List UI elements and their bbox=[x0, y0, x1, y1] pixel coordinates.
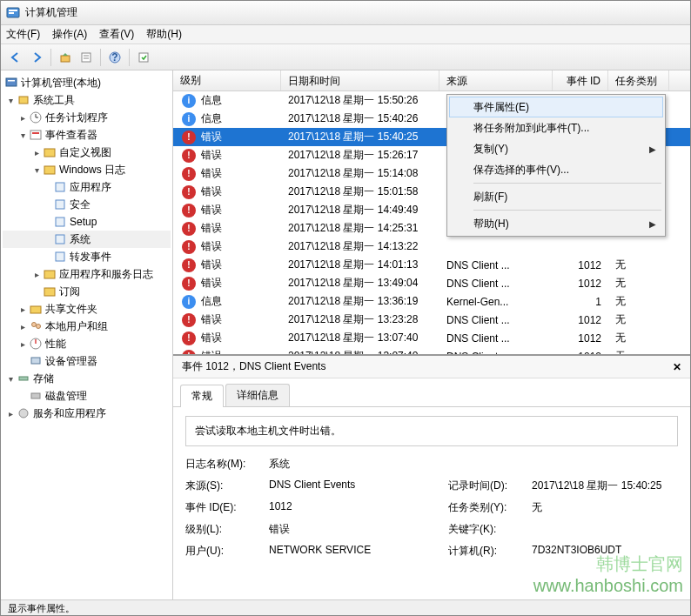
svg-rect-21 bbox=[56, 200, 64, 209]
svg-rect-25 bbox=[44, 271, 55, 278]
tree-device-manager[interactable]: 设备管理器 bbox=[3, 352, 171, 370]
col-event-id[interactable]: 事件 ID bbox=[553, 70, 608, 90]
ctx-event-properties[interactable]: 事件属性(E) bbox=[449, 97, 663, 117]
event-row[interactable]: !错误2017\12\18 星期一 13:07:40DNS Client ...… bbox=[173, 329, 690, 347]
svg-rect-17 bbox=[32, 132, 39, 134]
event-datetime: 2017\12\18 星期一 14:13:22 bbox=[281, 239, 439, 254]
svg-rect-19 bbox=[44, 166, 55, 174]
col-datetime[interactable]: 日期和时间 bbox=[281, 70, 439, 90]
event-datetime: 2017\12\18 星期一 13:07:40 bbox=[281, 349, 439, 354]
tree-system-log[interactable]: 系统 bbox=[3, 231, 171, 248]
event-datetime: 2017\12\18 星期一 14:01:13 bbox=[281, 258, 439, 272]
event-id: 1 bbox=[553, 296, 608, 308]
svg-rect-23 bbox=[56, 235, 64, 244]
event-category: 无 bbox=[608, 276, 669, 291]
ctx-attach-task[interactable]: 将任务附加到此事件(T)... bbox=[449, 117, 663, 138]
event-description: 尝试读取本地主机文件时出错。 bbox=[185, 416, 678, 446]
svg-point-34 bbox=[19, 409, 28, 418]
ctx-help[interactable]: 帮助(H)▶ bbox=[449, 213, 663, 234]
tree-setup-log[interactable]: Setup bbox=[3, 213, 171, 231]
tree-performance[interactable]: ▸性能 bbox=[3, 335, 171, 352]
value-log-name: 系统 bbox=[269, 457, 443, 472]
event-id: 1012 bbox=[553, 351, 608, 355]
tree-disk-management[interactable]: 磁盘管理 bbox=[3, 387, 171, 405]
event-level: 错误 bbox=[201, 221, 222, 236]
tab-details[interactable]: 详细信息 bbox=[225, 384, 290, 406]
event-datetime: 2017\12\18 星期一 14:49:49 bbox=[281, 203, 439, 218]
event-list[interactable]: i信息2017\12\18 星期一 15:50:26Service Co...7… bbox=[173, 91, 690, 354]
close-icon[interactable]: ✕ bbox=[673, 361, 681, 373]
action-button[interactable] bbox=[134, 48, 153, 67]
chevron-right-icon: ▶ bbox=[649, 219, 656, 229]
svg-rect-2 bbox=[9, 12, 14, 14]
event-row[interactable]: !错误2017\12\18 星期一 13:49:04DNS Client ...… bbox=[173, 274, 690, 292]
menu-view[interactable]: 查看(V) bbox=[99, 27, 134, 42]
event-row[interactable]: i信息2017\12\18 星期一 13:36:19Kernel-Gen...1… bbox=[173, 292, 690, 311]
tree-shared-folders[interactable]: ▸共享文件夹 bbox=[3, 300, 171, 318]
tab-general[interactable]: 常规 bbox=[180, 385, 224, 407]
col-source[interactable]: 来源 bbox=[439, 70, 553, 90]
event-datetime: 2017\12\18 星期一 15:40:26 bbox=[281, 111, 439, 126]
event-level: 错误 bbox=[201, 258, 222, 272]
event-row[interactable]: !错误2017\12\18 星期一 14:01:13DNS Client ...… bbox=[173, 256, 690, 274]
tree-task-scheduler[interactable]: ▸任务计划程序 bbox=[3, 109, 171, 126]
svg-point-29 bbox=[37, 325, 41, 329]
error-icon: ! bbox=[182, 222, 196, 236]
up-button[interactable] bbox=[56, 48, 75, 67]
event-list-header: 级别 日期和时间 来源 事件 ID 任务类别 bbox=[173, 70, 690, 91]
tree-root[interactable]: 计算机管理(本地) bbox=[3, 74, 171, 91]
tree-system-tools[interactable]: ▾系统工具 bbox=[3, 91, 171, 109]
svg-rect-32 bbox=[19, 377, 28, 380]
tree-services-apps[interactable]: ▸服务和应用程序 bbox=[3, 405, 171, 422]
col-level[interactable]: 级别 bbox=[173, 70, 281, 90]
event-category: 无 bbox=[608, 294, 669, 309]
event-datetime: 2017\12\18 星期一 15:26:17 bbox=[281, 148, 439, 163]
ctx-copy[interactable]: 复制(Y)▶ bbox=[449, 138, 663, 159]
event-datetime: 2017\12\18 星期一 15:50:26 bbox=[281, 93, 439, 108]
context-menu: 事件属性(E) 将任务附加到此事件(T)... 复制(Y)▶ 保存选择的事件(V… bbox=[446, 94, 666, 237]
tree-local-users[interactable]: ▸本地用户和组 bbox=[3, 318, 171, 335]
label-computer: 计算机(R): bbox=[448, 544, 527, 559]
error-icon: ! bbox=[182, 204, 196, 218]
tree-application-log[interactable]: 应用程序 bbox=[3, 178, 171, 196]
properties-button[interactable] bbox=[77, 48, 96, 67]
event-level: 错误 bbox=[201, 276, 222, 291]
event-id: 1012 bbox=[553, 259, 608, 271]
tree-app-service-logs[interactable]: ▸应用程序和服务日志 bbox=[3, 265, 171, 283]
tree-subscriptions[interactable]: 订阅 bbox=[3, 283, 171, 300]
ctx-refresh[interactable]: 刷新(F) bbox=[449, 186, 663, 207]
tree-event-viewer[interactable]: ▾事件查看器 bbox=[3, 126, 171, 144]
ctx-save-selected[interactable]: 保存选择的事件(V)... bbox=[449, 159, 663, 180]
event-row[interactable]: !错误2017\12\18 星期一 13:23:28DNS Client ...… bbox=[173, 311, 690, 329]
detail-tabs: 常规 详细信息 bbox=[173, 378, 690, 407]
label-source: 来源(S): bbox=[185, 479, 264, 493]
tree-windows-logs[interactable]: ▾Windows 日志 bbox=[3, 161, 171, 178]
tree-security-log[interactable]: 安全 bbox=[3, 196, 171, 213]
svg-rect-27 bbox=[30, 306, 41, 313]
tree-forwarded-events[interactable]: 转发事件 bbox=[3, 248, 171, 265]
menu-help[interactable]: 帮助(H) bbox=[146, 27, 182, 42]
error-icon: ! bbox=[182, 350, 196, 355]
event-row[interactable]: !错误2017\12\18 星期一 13:07:40DNS Client ...… bbox=[173, 347, 690, 354]
svg-rect-20 bbox=[56, 183, 64, 191]
event-level: 信息 bbox=[201, 111, 222, 126]
error-icon: ! bbox=[182, 240, 196, 254]
col-category[interactable]: 任务类别 bbox=[608, 70, 669, 90]
forward-button[interactable] bbox=[27, 48, 46, 67]
menu-separator bbox=[473, 210, 661, 211]
menu-action[interactable]: 操作(A) bbox=[52, 27, 87, 42]
svg-rect-31 bbox=[31, 358, 40, 364]
menu-bar: 文件(F) 操作(A) 查看(V) 帮助(H) bbox=[1, 25, 690, 44]
tree-custom-views[interactable]: ▸自定义视图 bbox=[3, 144, 171, 161]
status-bar: 显示事件属性。 bbox=[1, 599, 690, 616]
menu-file[interactable]: 文件(F) bbox=[6, 27, 40, 42]
event-datetime: 2017\12\18 星期一 13:23:28 bbox=[281, 312, 439, 327]
navigation-tree[interactable]: 计算机管理(本地) ▾系统工具 ▸任务计划程序 ▾事件查看器 ▸自定义视图 ▾W… bbox=[1, 70, 173, 599]
help-button[interactable]: ? bbox=[105, 48, 124, 67]
event-level: 错误 bbox=[201, 312, 222, 327]
event-row[interactable]: !错误2017\12\18 星期一 14:13:22 bbox=[173, 238, 690, 256]
error-icon: ! bbox=[182, 167, 196, 181]
tree-storage[interactable]: ▾存储 bbox=[3, 370, 171, 387]
error-icon: ! bbox=[182, 331, 196, 345]
back-button[interactable] bbox=[6, 48, 25, 67]
